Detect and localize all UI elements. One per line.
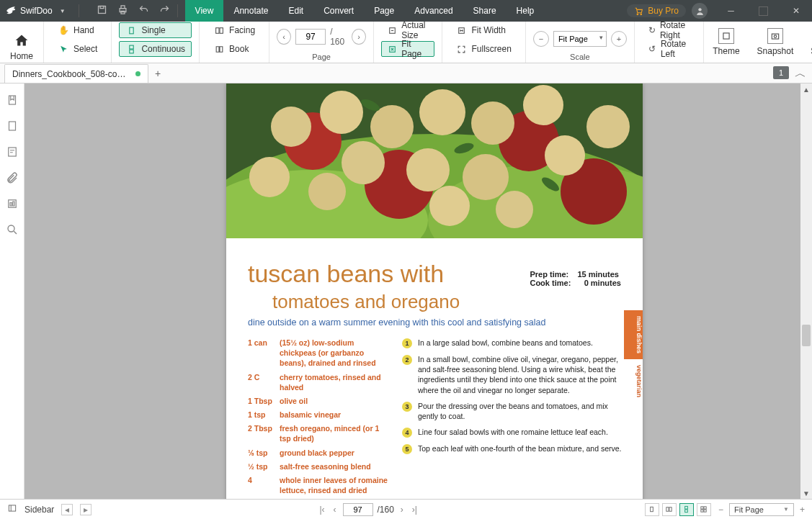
attachments-icon[interactable] (6, 171, 19, 184)
slideshow-button[interactable]: Slideshow (802, 22, 812, 63)
app-logo[interactable]: SwifDoo ▼ (0, 6, 71, 16)
svg-rect-52 (651, 507, 653, 511)
rotate-left[interactable]: ↺Rotate Left (642, 41, 696, 57)
ribbon: Home ✋Hand Select Single Continuous Faci… (0, 22, 812, 63)
svg-point-18 (774, 35, 777, 38)
step-row: 4Line four salad bowls with one romaine … (402, 427, 623, 438)
tab-bar: Dinners_Cookbook_508-compl... + 1 ︿ (0, 63, 812, 84)
facing-icon (213, 24, 225, 36)
maximize-button[interactable] (747, 0, 780, 22)
canvas[interactable]: Prep time: 15 minutes Cook time: 0 minut… (24, 84, 812, 499)
last-page-icon[interactable]: ›| (410, 505, 419, 515)
svg-point-44 (249, 157, 290, 197)
fit-width[interactable]: Fit Width (450, 22, 518, 38)
single-page-view[interactable]: Single (119, 22, 192, 38)
user-avatar[interactable] (692, 3, 708, 19)
thumbnails-icon[interactable] (6, 119, 19, 132)
status-page-total: /160 (378, 505, 394, 515)
form-icon[interactable] (6, 197, 19, 210)
zoom-control: − Fit Page▼ + (718, 503, 805, 516)
view-continuous-icon[interactable] (679, 503, 694, 516)
page-input[interactable] (295, 29, 326, 45)
zoom-in-icon[interactable]: + (800, 505, 805, 515)
save-icon[interactable] (97, 4, 107, 17)
buy-pro-button[interactable]: Buy Pro (627, 4, 686, 17)
scroll-down-icon[interactable]: ▼ (800, 487, 812, 499)
prev-page-button[interactable]: ‹ (277, 29, 291, 45)
status-page-input[interactable] (343, 503, 373, 516)
print-icon[interactable] (117, 4, 128, 17)
home-button[interactable]: Home (0, 22, 44, 63)
rotate-right[interactable]: ↻Rotate Right (642, 22, 696, 38)
svg-point-33 (271, 107, 311, 147)
cook-times: Prep time: 15 minutes Cook time: 0 minut… (530, 270, 621, 287)
scale-select[interactable] (553, 31, 607, 47)
view-facing-icon[interactable] (662, 503, 677, 516)
zoom-select[interactable]: Fit Page▼ (729, 503, 794, 516)
svg-rect-60 (704, 510, 706, 512)
svg-rect-16 (723, 33, 729, 39)
snapshot-button[interactable]: Snapshot (749, 22, 803, 63)
collapse-ribbon-icon[interactable]: ︿ (795, 66, 806, 81)
sidebar-toggle-icon[interactable] (7, 503, 17, 515)
zoom-out-button[interactable]: − (533, 31, 549, 47)
svg-rect-59 (701, 510, 703, 512)
svg-rect-12 (220, 27, 223, 33)
minimize-button[interactable]: ─ (715, 0, 747, 22)
recipe-subtitle: dine outside on a warm summer evening wi… (248, 317, 623, 328)
hand-tool[interactable]: ✋Hand (51, 22, 104, 38)
next-page-icon[interactable]: › (398, 505, 406, 515)
tab-count-badge[interactable]: 1 (773, 66, 789, 79)
theme-icon (718, 28, 734, 44)
svg-point-36 (419, 89, 465, 135)
book-view[interactable]: Book (207, 41, 262, 57)
recipe-title-2: tomatoes and oregano (272, 291, 623, 313)
undo-icon[interactable] (138, 4, 149, 17)
continuous-view[interactable]: Continuous (119, 41, 192, 57)
svg-rect-21 (9, 122, 15, 130)
menu-edit[interactable]: Edit (278, 0, 313, 22)
svg-point-46 (429, 186, 470, 226)
fullscreen[interactable]: Fullscreen (450, 41, 518, 57)
search-icon[interactable] (6, 223, 19, 236)
first-page-icon[interactable]: |‹ (317, 505, 326, 515)
page-nav: |‹ ‹ /160 › ›| (317, 503, 419, 516)
svg-rect-8 (130, 27, 133, 34)
scroll-up-icon[interactable]: ▲ (800, 84, 812, 95)
bookmarks-icon[interactable] (6, 94, 19, 107)
menu-convert[interactable]: Convert (313, 0, 364, 22)
redo-icon[interactable] (159, 4, 170, 17)
new-tab-button[interactable]: + (148, 64, 167, 83)
fullscreen-icon (456, 43, 468, 55)
zoom-out-icon[interactable]: − (718, 505, 723, 515)
close-button[interactable]: ✕ (780, 0, 812, 22)
sidebar-label[interactable]: Sidebar (24, 505, 54, 515)
fit-page[interactable]: Fit Page (381, 41, 434, 57)
actual-size[interactable]: Actual Size (381, 22, 434, 38)
facing-view[interactable]: Facing (207, 22, 262, 38)
scroll-thumb[interactable] (802, 325, 811, 346)
sb-prev-icon[interactable]: ◂ (61, 504, 73, 515)
ingredient-row: 2 Ccherry tomatoes, rinsed and halved (248, 372, 392, 392)
document-tab[interactable]: Dinners_Cookbook_508-compl... (4, 64, 148, 83)
svg-rect-54 (669, 507, 672, 512)
view-grid-icon[interactable] (697, 503, 711, 516)
ingredients-list: 1 can(15½ oz) low-sodium chickpeas (or g… (248, 338, 392, 499)
annotations-icon[interactable] (6, 145, 19, 158)
vertical-scrollbar[interactable]: ▲ ▼ (800, 84, 812, 499)
steps-list: 1In a large salad bowl, combine beans an… (402, 338, 623, 499)
svg-rect-23 (8, 200, 16, 208)
zoom-in-button[interactable]: + (611, 31, 627, 47)
select-tool[interactable]: Select (51, 41, 104, 57)
svg-point-38 (523, 85, 563, 125)
view-single-icon[interactable] (645, 503, 659, 516)
continuous-icon (125, 43, 137, 55)
sb-next-icon[interactable]: ▸ (80, 504, 92, 515)
svg-point-47 (496, 191, 533, 228)
app-menu-dropdown-icon[interactable]: ▼ (60, 8, 66, 14)
next-page-button[interactable]: › (352, 29, 366, 45)
svg-rect-22 (8, 148, 16, 156)
theme-button[interactable]: Theme (704, 22, 748, 63)
prev-page-icon[interactable]: ‹ (331, 505, 339, 515)
svg-point-39 (342, 141, 385, 184)
